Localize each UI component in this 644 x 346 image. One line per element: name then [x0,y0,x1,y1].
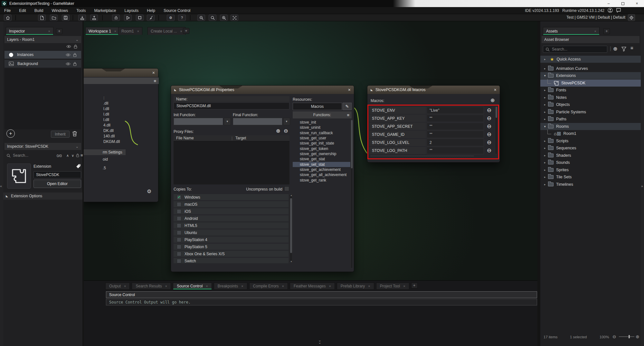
collapse-left-icon[interactable]: « [0,184,2,188]
function-item[interactable]: stove_get_ownership [293,151,352,156]
inspector-search[interactable]: Search... [6,153,28,158]
delete-layer-button[interactable] [72,131,77,137]
stop-button[interactable] [136,14,144,21]
inherit-button[interactable]: Inherit [51,131,70,138]
expander-icon[interactable]: ▸ [544,161,548,164]
menu-layouts[interactable]: Layouts [120,7,143,14]
remove-macro-button[interactable]: ⊖ [485,139,493,146]
macro-name[interactable]: STOVE_LOG_PATH [369,147,426,154]
tree-fonts[interactable]: ▸Fonts [540,87,641,94]
help-button[interactable]: ? [178,14,186,21]
tree-sequences[interactable]: ▸Sequences [540,145,641,152]
tab-project-tool[interactable]: Project Tool× [376,283,409,290]
menu-build[interactable]: Build [30,7,48,14]
assets-menu-icon[interactable]: ≡ [630,45,633,51]
left-dock-collapse-strip[interactable]: « [0,21,3,346]
platform-row-ps5[interactable]: PlayStation 5 [174,244,289,250]
zoom-out-button[interactable] [197,14,205,21]
macros-button[interactable]: Macros [293,103,342,110]
close-icon[interactable]: × [124,284,126,288]
open-project-button[interactable] [50,14,58,21]
macros-scrollbar[interactable] [495,107,497,154]
close-icon[interactable]: × [348,87,351,92]
tree-tile-sets[interactable]: ▸Tile Sets [540,173,641,181]
tab-search-results[interactable]: Search Results× [132,283,171,290]
function-item[interactable]: stove_get_rank [293,178,352,183]
inspector-target-dropdown[interactable]: Inspector: StovePCSDK ⌄ [5,143,81,150]
save-project-button[interactable] [62,14,70,21]
menu-source-control[interactable]: Source Control [159,7,194,14]
platform-row-xbox[interactable]: Xbox One & Series X/S [174,251,289,257]
platform-row-macos[interactable]: macOS [174,201,289,207]
collapse-right-icon[interactable]: » [641,184,643,188]
remove-macro-button[interactable]: ⊖ [485,115,493,122]
collapse-triangle-icon[interactable]: ◣ [371,88,373,91]
collapse-panel-chevrons[interactable]: ⌄⌄ [318,339,321,344]
platform-row-ios[interactable]: iOS [174,208,289,214]
tree-notes[interactable]: ▸Notes [540,94,641,101]
tree-quick-access[interactable]: ▸ ★ Quick Access [540,56,641,63]
add-tab-button[interactable]: + [603,28,610,34]
functions-scrollbar[interactable] [350,120,353,268]
expander-icon[interactable]: ▸ [544,58,548,61]
remove-macro-button[interactable]: ⊖ [485,131,493,138]
close-icon[interactable]: × [329,284,331,288]
remove-macro-button[interactable]: ⊖ [485,147,493,154]
function-item[interactable]: stove_get_achievement [293,167,352,172]
layers-header-dropdown[interactable]: Layers - Room1 ⌄ [5,36,81,43]
expander-icon[interactable]: ▸ [544,154,548,157]
function-item[interactable]: stove_get_token [293,146,352,151]
menu-windows[interactable]: Windows [48,7,72,14]
tab-assets[interactable]: Assets × [543,27,600,35]
macro-name[interactable]: STOVE_APP_KEY [369,115,426,122]
macros-window-titlebar[interactable]: ◣ StovePCSDKGM.dll Macros × [367,86,500,94]
function-item[interactable]: stove_get_stat [293,156,352,162]
tab-compile-errors[interactable]: Compile Errors× [249,283,288,290]
expander-icon[interactable]: ▸ [544,175,548,179]
final-function-dropdown[interactable] [233,118,282,125]
platform-row-ps4[interactable]: PlayStation 4 [174,237,289,243]
account-icon[interactable] [608,8,613,13]
macro-name[interactable]: STOVE_GAME_ID [369,131,426,138]
search-menu-icon[interactable]: ≡ [80,153,83,158]
expander-icon[interactable]: ▸ [544,96,548,99]
lock-icon[interactable] [73,53,77,57]
search-next-button[interactable]: ∨ [71,154,74,158]
platform-row-android[interactable]: Android [174,215,289,221]
edit-macros-pencil-button[interactable]: ✎ [343,103,352,110]
new-project-button[interactable] [38,14,46,21]
debug-button[interactable] [112,14,120,21]
platform-row-switch[interactable]: Switch [174,258,289,263]
expander-icon[interactable]: ▸ [544,168,548,172]
remove-macro-button[interactable]: ⊖ [485,123,493,130]
macro-value[interactable]: "Live" [427,107,484,114]
menu-file[interactable]: File [0,7,15,14]
proxy-table-body[interactable] [174,141,289,184]
expander-icon[interactable]: ▸ [544,103,548,106]
function-item-selected[interactable]: stove_set_stat [293,162,352,167]
name-field[interactable]: StovePCSDKGM.dll [174,102,289,109]
open-editor-button[interactable]: Open Editor [33,180,81,188]
platform-row-html5[interactable]: HTML5 [174,222,289,229]
macro-value[interactable]: "" [427,147,484,154]
checkbox[interactable] [177,216,181,221]
tree-animation-curves[interactable]: ▸Animation Curves [540,65,641,72]
tab-prefab-library[interactable]: Prefab Library× [337,283,374,290]
macro-name[interactable]: STOVE_APP_SECRET [369,123,426,130]
function-item[interactable]: stove_get_init_state [293,141,352,146]
start-page-button[interactable] [4,14,12,21]
macro-name[interactable]: STOVE_LOG_LEVEL [369,139,426,146]
menu-help[interactable]: Help [143,7,159,14]
zoom-in-button[interactable] [220,14,228,21]
function-item[interactable]: stove_init [293,120,352,125]
tree-scripts[interactable]: ▸Scripts [540,137,641,145]
checkbox-checked[interactable]: ✓ [177,195,181,200]
close-icon[interactable]: × [403,284,405,288]
settings-gear-icon[interactable]: ⚙ [167,14,175,21]
platform-row-windows[interactable]: ✓Windows [174,194,289,200]
feedback-chat-icon[interactable] [616,8,621,13]
import-button[interactable] [78,14,86,21]
add-proxy-button[interactable]: ⊕ [276,128,280,134]
build-config-label[interactable]: Test | GMS2 VM | Default | Default [566,15,625,20]
function-item[interactable]: stove_run_callback [293,130,352,136]
